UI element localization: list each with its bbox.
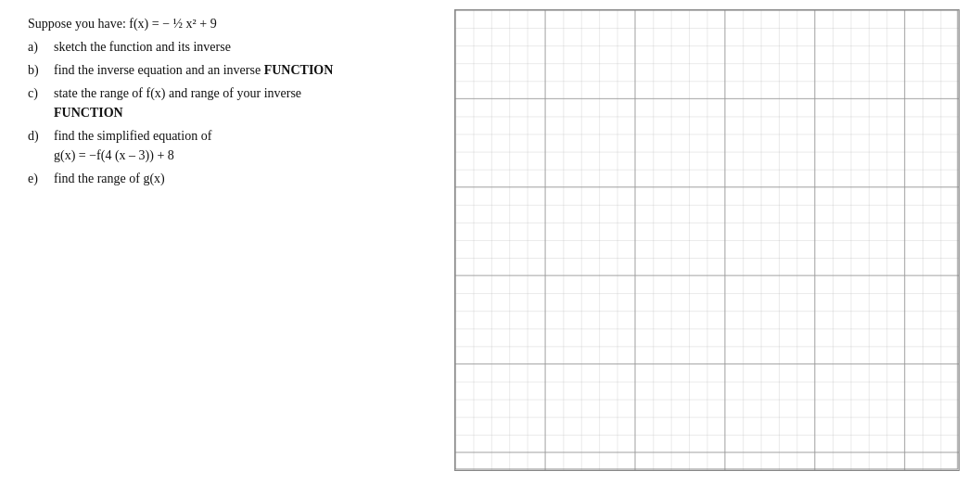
label-d: d) — [28, 126, 54, 165]
intro-line: Suppose you have: f(x) = − ½ x² + 9 — [28, 17, 426, 32]
content-e: find the range of g(x) — [54, 169, 426, 188]
label-c: c) — [28, 83, 54, 122]
grid-svg — [455, 10, 959, 470]
list-item-c: c) state the range of f(x) and range of … — [28, 83, 426, 122]
graph-panel — [445, 9, 980, 484]
svg-rect-1 — [455, 10, 959, 470]
content-d: find the simplified equation ofg(x) = −f… — [54, 126, 426, 165]
label-b: b) — [28, 60, 54, 80]
grid-container — [454, 9, 960, 471]
list-item-a: a) sketch the function and its inverse — [28, 37, 426, 57]
problem-list: a) sketch the function and its inverse b… — [28, 37, 426, 188]
content-c: state the range of f(x) and range of you… — [54, 83, 426, 122]
label-e: e) — [28, 169, 54, 188]
content-b: find the inverse equation and an inverse… — [54, 60, 426, 80]
list-item-e: e) find the range of g(x) — [28, 169, 426, 188]
label-a: a) — [28, 37, 54, 57]
list-item-b: b) find the inverse equation and an inve… — [28, 60, 426, 80]
bold-function-c: FUNCTION — [54, 106, 123, 120]
page-container: Suppose you have: f(x) = − ½ x² + 9 a) s… — [0, 0, 980, 484]
bold-function-b: FUNCTION — [264, 63, 334, 77]
text-panel: Suppose you have: f(x) = − ½ x² + 9 a) s… — [0, 9, 445, 484]
content-a: sketch the function and its inverse — [54, 37, 426, 57]
list-item-d: d) find the simplified equation ofg(x) =… — [28, 126, 426, 165]
